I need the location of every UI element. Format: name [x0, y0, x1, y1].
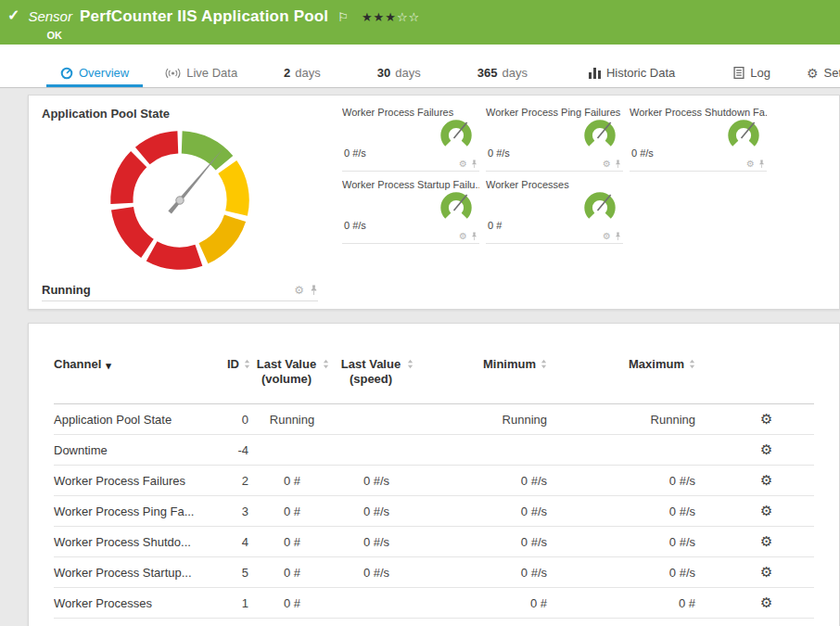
tab-365-days-num: 365 — [477, 66, 498, 80]
table-row[interactable]: Worker Process Startup... 5 0 # 0 #/s 0 … — [54, 557, 814, 588]
log-icon — [733, 67, 745, 79]
edit-channel-gear-icon[interactable]: ⚙ — [760, 503, 772, 518]
edit-channel-gear-icon[interactable]: ⚙ — [760, 441, 772, 457]
tab-2-days[interactable]: 2days — [260, 61, 345, 87]
status-badge: OK — [46, 30, 420, 41]
cell-id: 2 — [221, 474, 250, 488]
priority-stars[interactable]: ★★★☆☆ — [362, 10, 420, 24]
edit-channel-gear-icon[interactable]: ⚙ — [760, 472, 772, 488]
edit-channel-gear-icon[interactable]: ⚙ — [760, 594, 772, 610]
cell-id: 5 — [221, 566, 250, 580]
cell-maximum: 0 #/s — [586, 566, 734, 580]
small-gauge-icon — [437, 116, 476, 155]
column-header-maximum[interactable]: Maximum — [586, 357, 734, 387]
cell-minimum: 0 #/s — [419, 505, 586, 518]
gear-icon[interactable]: ⚙ — [459, 160, 467, 169]
tab-log-label: Log — [750, 66, 770, 80]
column-header-channel[interactable]: Channel ▾ — [54, 357, 221, 387]
gauge-card-worker-process-ping-failures[interactable]: Worker Process Ping Failures 0 #/s ⚙ — [486, 107, 623, 172]
tab-overview[interactable]: Overview — [46, 61, 143, 87]
content-area: Application Pool State Running ⚙ — [0, 88, 840, 626]
gear-icon[interactable]: ⚙ — [746, 160, 755, 169]
tab-historic-data[interactable]: Historic Data — [575, 61, 689, 87]
gear-icon[interactable]: ⚙ — [294, 285, 304, 296]
table-row[interactable]: Worker Process Shutdo... 4 0 # 0 #/s 0 #… — [54, 527, 814, 557]
tab-30-days[interactable]: 30days — [353, 61, 445, 87]
main-gauge-footer: Running ⚙ — [42, 283, 318, 301]
flag-icon[interactable]: ⚐ — [337, 10, 349, 24]
cell-minimum: 0 #/s — [419, 535, 586, 549]
gauge-card-value: 0 #/s — [631, 147, 654, 159]
main-gauge-value: Running — [42, 283, 91, 297]
sort-icon — [541, 359, 547, 369]
table-row[interactable]: Worker Process Ping Fa... 3 0 # 0 #/s 0 … — [54, 496, 814, 527]
tab-zone: Overview Live Data 2days 30days 365days … — [0, 45, 840, 88]
gauge-pivot — [176, 197, 184, 204]
overview-icon — [60, 67, 73, 80]
tab-settings[interactable]: ⚙ Settings — [793, 61, 840, 87]
stars-empty: ☆☆ — [397, 10, 420, 24]
caret-down-icon: ▾ — [106, 358, 111, 373]
column-header-actions — [734, 357, 814, 387]
tab-live-data[interactable]: Live Data — [151, 61, 251, 87]
cell-last-value-volume: 0 # — [250, 474, 334, 488]
cell-channel: Application Pool State — [54, 413, 221, 427]
small-gauge-icon — [580, 116, 619, 155]
cell-maximum: Running — [586, 413, 734, 427]
tab-bar: Overview Live Data 2days 30days 365days … — [0, 62, 840, 88]
tab-settings-label: Settings — [824, 66, 840, 80]
cell-minimum: 0 #/s — [419, 474, 586, 488]
gauges-panel: Application Pool State Running ⚙ — [28, 95, 840, 310]
edit-channel-gear-icon[interactable]: ⚙ — [760, 564, 772, 580]
column-header-last-value-volume[interactable]: Last Value (volume) — [250, 357, 334, 387]
table-row[interactable]: Application Pool State 0 Running Running… — [54, 404, 814, 435]
gauge-card-value: 0 #/s — [488, 147, 510, 159]
column-header-last-value-speed-label: Last Value (speed) — [339, 357, 402, 387]
column-header-minimum[interactable]: Minimum — [419, 357, 586, 387]
status-check-icon: ✓ — [7, 7, 19, 24]
gear-icon[interactable]: ⚙ — [459, 232, 467, 241]
column-header-channel-label: Channel — [54, 357, 101, 372]
gauge-card-worker-process-shutdown-failures[interactable]: Worker Process Shutdown Fa... 0 #/s ⚙ — [630, 107, 767, 172]
edit-channel-gear-icon[interactable]: ⚙ — [760, 411, 772, 427]
edit-channel-gear-icon[interactable]: ⚙ — [760, 533, 772, 549]
pin-icon[interactable] — [615, 160, 621, 169]
pin-icon[interactable] — [471, 160, 477, 169]
column-header-last-value-speed[interactable]: Last Value (speed) — [334, 357, 419, 387]
tab-365-days[interactable]: 365days — [453, 61, 552, 87]
cell-last-value-speed: 0 #/s — [334, 474, 419, 488]
gauge-card-value: 0 # — [488, 220, 502, 231]
channels-panel: Channel ▾ ID Last Value (volume) Last Va… — [28, 323, 840, 626]
gear-icon[interactable]: ⚙ — [603, 232, 611, 241]
small-gauge-icon — [437, 188, 476, 227]
cell-minimum: 0 #/s — [419, 566, 586, 580]
cell-minimum: Running — [419, 413, 586, 427]
gauge-card-worker-process-failures[interactable]: Worker Process Failures 0 #/s ⚙ — [342, 107, 479, 172]
sensor-header: ✓ Sensor PerfCounter IIS Application Poo… — [0, 0, 840, 45]
gauge-card-value: 0 #/s — [344, 220, 366, 231]
column-header-last-value-volume-label: Last Value (volume) — [255, 357, 318, 387]
pin-icon[interactable] — [615, 232, 621, 241]
cell-last-value-volume: 0 # — [250, 505, 334, 518]
table-row[interactable]: Worker Processes 1 0 # 0 # 0 # ⚙ — [54, 588, 814, 619]
application-pool-state-gauge[interactable] — [100, 121, 260, 283]
sort-icon — [244, 359, 250, 369]
live-data-icon — [165, 68, 181, 79]
small-gauge-icon — [580, 188, 619, 227]
gauge-needle — [168, 148, 223, 213]
pin-icon[interactable] — [471, 232, 477, 241]
column-header-id[interactable]: ID — [221, 357, 250, 387]
table-row[interactable]: Downtime -4 ⚙ — [54, 435, 814, 466]
main-gauge-svg — [100, 121, 260, 280]
gauge-card-worker-processes[interactable]: Worker Processes 0 # ⚙ — [486, 179, 623, 244]
cell-id: 4 — [221, 535, 250, 549]
gear-icon[interactable]: ⚙ — [603, 160, 611, 169]
pin-icon[interactable] — [310, 285, 318, 296]
tab-log[interactable]: Log — [719, 61, 784, 87]
cell-id: -4 — [221, 443, 250, 457]
table-row[interactable]: Worker Process Failures 2 0 # 0 #/s 0 #/… — [54, 466, 814, 496]
pin-icon[interactable] — [758, 160, 765, 169]
tab-2-days-unit: days — [295, 66, 320, 80]
historic-data-icon — [589, 68, 601, 79]
gauge-card-worker-process-startup-failures[interactable]: Worker Process Startup Failu... 0 #/s ⚙ — [342, 179, 479, 244]
